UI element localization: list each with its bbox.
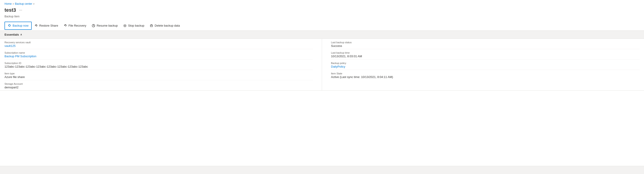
resume-backup-label: Resume backup	[96, 24, 118, 27]
essentials-left: Recovery services vault vault125 Subscri…	[4, 39, 322, 90]
breadcrumb-sep-2: >	[33, 3, 34, 5]
stop-backup-label: Stop backup	[128, 24, 144, 27]
page-subtitle: Backup Item	[0, 15, 644, 21]
subscription-id-value: 123abc-123abc-123abc-123abc-123abc-123ab…	[4, 65, 313, 68]
page-title: test3	[4, 7, 16, 13]
stop-backup-icon	[123, 24, 127, 28]
item-state-label: Item State	[331, 72, 640, 75]
backup-now-button[interactable]: Backup now	[4, 22, 32, 30]
restore-share-label: Restore Share	[39, 24, 58, 27]
backup-policy-row: Backup policy DailyPolicy	[331, 59, 640, 70]
last-backup-time-value: 10/13/2021, 8:03:01 AM	[331, 55, 640, 58]
essentials-chevron-icon: ∧	[20, 33, 22, 36]
resume-backup-button[interactable]: Resume backup	[89, 22, 120, 30]
item-state-row: Item State Active (Last sync time: 10/13…	[331, 70, 640, 80]
file-recovery-button[interactable]: File Recovery	[61, 22, 89, 30]
item-state-value: Active (Last sync time: 10/13/2021, 8:04…	[331, 75, 640, 79]
subscription-id-label: Subscription ID	[4, 62, 313, 64]
delete-icon	[150, 24, 153, 28]
item-type-row: Item type Azure file share	[4, 70, 313, 80]
stop-backup-button[interactable]: Stop backup	[120, 22, 147, 30]
file-recovery-icon	[64, 24, 67, 28]
last-backup-status-label: Last backup status	[331, 41, 640, 44]
backup-now-icon	[8, 24, 11, 28]
last-backup-time-row: Last backup time 10/13/2021, 8:03:01 AM	[331, 49, 640, 59]
essentials-grid: Recovery services vault vault125 Subscri…	[0, 39, 644, 91]
subscription-id-row: Subscription ID 123abc-123abc-123abc-123…	[4, 59, 313, 70]
essentials-section-header[interactable]: Essentials ∧	[0, 31, 644, 39]
delete-backup-data-button[interactable]: Delete backup data	[147, 22, 182, 30]
recovery-vault-value[interactable]: vault125	[4, 44, 16, 48]
subscription-name-value[interactable]: Backup PM Subscription	[4, 55, 36, 58]
last-backup-status-row: Last backup status Success	[331, 39, 640, 49]
storage-account-label: Storage Account	[4, 82, 313, 85]
toolbar: Backup now Restore Share File Recovery R…	[0, 21, 644, 31]
breadcrumb: Home > Backup center >	[0, 0, 644, 6]
storage-account-value: demopart2	[4, 86, 313, 89]
subscription-name-label: Subscription name	[4, 51, 313, 54]
restore-share-button[interactable]: Restore Share	[32, 22, 61, 30]
restore-share-icon	[34, 24, 38, 28]
last-backup-time-label: Last backup time	[331, 51, 640, 54]
breadcrumb-home[interactable]: Home	[4, 2, 12, 6]
breadcrumb-backup-center[interactable]: Backup center	[15, 2, 32, 6]
recovery-vault-label: Recovery services vault	[4, 41, 313, 44]
recovery-vault-row: Recovery services vault vault125	[4, 39, 313, 49]
breadcrumb-sep-1: >	[12, 3, 14, 5]
file-recovery-label: File Recovery	[68, 24, 86, 27]
essentials-right: Last backup status Success Last backup t…	[322, 39, 640, 90]
delete-backup-data-label: Delete backup data	[154, 24, 180, 27]
last-backup-status-value: Success	[331, 44, 640, 48]
more-options-icon[interactable]: ···	[18, 8, 23, 13]
page-header: test3 ···	[0, 6, 644, 15]
storage-account-row: Storage Account demopart2	[4, 80, 313, 90]
subscription-name-row: Subscription name Backup PM Subscription	[4, 49, 313, 59]
backup-policy-label: Backup policy	[331, 62, 640, 64]
resume-backup-icon	[92, 24, 95, 28]
svg-rect-4	[150, 25, 152, 27]
backup-policy-value[interactable]: DailyPolicy	[331, 65, 345, 68]
backup-now-label: Backup now	[12, 24, 28, 27]
item-type-label: Item type	[4, 72, 313, 75]
item-type-value: Azure file share	[4, 75, 313, 79]
essentials-label: Essentials	[4, 33, 19, 36]
